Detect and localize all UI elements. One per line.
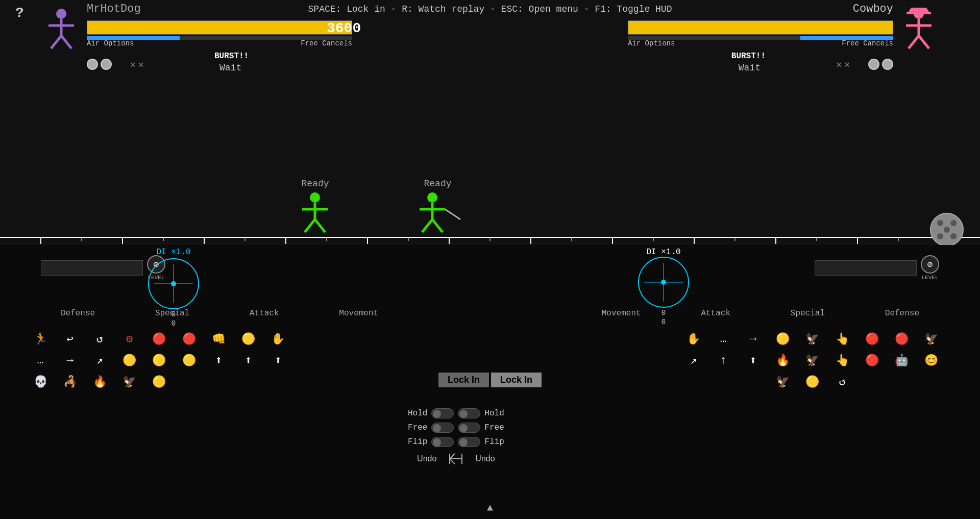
p2-cat-defense: Defense <box>885 309 919 324</box>
p1-move-2-6[interactable]: 🟡 <box>179 351 199 370</box>
p1-move-2-2[interactable]: → <box>60 351 80 370</box>
help-icon[interactable]: ? <box>15 5 24 21</box>
p2-move-2-2[interactable]: ↑ <box>714 351 733 370</box>
p1-moves-grid: 🏃 ↩ ↺ ⚙ 🔴 🔴 👊 🟡 ✋ … → ↗ 🟡 🟡 🟡 ⬆ ⬆ ⬆ 💀 🦂 … <box>0 327 327 394</box>
p2-move-2-1[interactable]: ↗ <box>684 351 703 370</box>
p2-move-3-3 <box>743 372 763 391</box>
p1-health-fill <box>87 21 352 34</box>
p2-move-1-8[interactable]: 🔴 <box>892 329 912 349</box>
p2-circles <box>868 59 893 70</box>
p1-move-3-3[interactable]: 🔥 <box>90 372 109 391</box>
p1-burst-label: BURST!! <box>214 52 249 61</box>
p1-move-2-8[interactable]: ⬆ <box>239 351 258 370</box>
p1-flip-toggle[interactable] <box>431 437 454 447</box>
p1-move-2-4[interactable]: 🟡 <box>120 351 139 370</box>
p1-move-3-2[interactable]: 🦂 <box>60 372 80 391</box>
p2-move-2-5[interactable]: 🦅 <box>803 351 822 370</box>
p2-health-bar <box>628 20 893 35</box>
p1-hold-label: Hold <box>408 409 427 418</box>
p2-x2: ✕ <box>836 59 842 70</box>
svg-line-46 <box>445 209 460 219</box>
p2-move-1-3[interactable]: → <box>743 329 763 349</box>
p2-character-svg <box>898 8 939 54</box>
p1-move-3-1[interactable]: 💀 <box>31 372 50 391</box>
p2-move-3-5[interactable]: 🟡 <box>803 372 822 391</box>
p2-move-1-5[interactable]: 🦅 <box>803 329 822 349</box>
p2-move-3-6[interactable]: ↺ <box>832 372 852 391</box>
p2-moves-grid: ✋ … → 🟡 🦅 👆 🔴 🔴 🦅 ↗ ↑ ⬆ 🔥 🦅 👆 🔴 🤖 😊 🦅 <box>653 327 980 394</box>
p2-move-1-9[interactable]: 🦅 <box>922 329 941 349</box>
p2-circle-1 <box>882 59 893 70</box>
p1-move-1-2[interactable]: ↩ <box>60 329 80 349</box>
p1-move-3-8 <box>239 372 258 391</box>
p1-air-options: Air Options <box>87 39 134 47</box>
p1-flip-label: Flip <box>408 437 427 447</box>
p2-hold-knob <box>459 410 468 418</box>
p2-move-1-6[interactable]: 👆 <box>832 329 852 349</box>
p2-move-1-1[interactable]: ✋ <box>684 329 703 349</box>
top-hud: ? SPACE: Lock in - R: Watch replay - ESC… <box>0 0 980 87</box>
p1-free-cancels: Free Cancels <box>301 39 352 47</box>
p1-di-wheel[interactable] <box>148 258 199 309</box>
p1-move-1-9[interactable]: ✋ <box>268 329 288 349</box>
p2-ready-label: Ready <box>413 179 462 189</box>
p2-circle-2 <box>868 59 879 70</box>
p1-area: MrHotDog Air Options F <box>41 3 424 16</box>
p1-cat-movement: Movement <box>339 309 378 324</box>
p1-move-1-7[interactable]: 👊 <box>209 329 228 349</box>
p2-x1: ✕ <box>844 59 850 70</box>
p2-name: Cowboy <box>556 3 893 15</box>
p1-move-1-6[interactable]: 🔴 <box>179 329 199 349</box>
p1-move-3-5[interactable]: 🟡 <box>150 372 169 391</box>
p1-move-3-4[interactable]: 🦅 <box>120 372 139 391</box>
svg-line-45 <box>432 219 443 232</box>
p1-name: MrHotDog <box>87 3 424 15</box>
p1-move-2-3[interactable]: ↗ <box>90 351 109 370</box>
p2-move-3-2 <box>714 372 733 391</box>
p2-wait-label: Wait <box>739 63 761 73</box>
p2-labels: Free Cancels Air Options <box>628 39 893 47</box>
p1-move-1-8[interactable]: 🟡 <box>239 329 258 349</box>
bottom-arrow[interactable]: ▲ <box>487 502 493 514</box>
hold-row: Hold Hold <box>408 408 504 418</box>
p1-move-3-9 <box>268 372 288 391</box>
p2-move-3-4[interactable]: 🦅 <box>773 372 793 391</box>
p2-health-fill <box>628 21 893 34</box>
p2-undo-button[interactable]: Undo <box>468 453 502 464</box>
p2-di-wheel[interactable] <box>638 257 689 308</box>
p2-move-2-8[interactable]: 🤖 <box>892 351 912 370</box>
p2-di-dot <box>661 280 666 285</box>
svg-line-3 <box>51 36 61 48</box>
p2-move-3-7 <box>862 372 881 391</box>
p2-move-2-3[interactable]: ⬆ <box>743 351 763 370</box>
p1-circles <box>87 59 112 70</box>
p1-move-2-9[interactable]: ⬆ <box>268 351 288 370</box>
p2-move-2-7[interactable]: 🔴 <box>862 351 881 370</box>
svg-point-36 <box>310 192 320 203</box>
p1-move-2-5[interactable]: 🟡 <box>150 351 169 370</box>
p2-move-2-9[interactable]: 😊 <box>922 351 941 370</box>
p1-cat-attack: Attack <box>250 309 279 324</box>
p2-move-1-7[interactable]: 🔴 <box>862 329 881 349</box>
p2-free-toggle[interactable] <box>458 423 480 433</box>
p1-move-1-3[interactable]: ↺ <box>90 329 109 349</box>
p2-move-1-2[interactable]: … <box>714 329 733 349</box>
p1-move-2-7[interactable]: ⬆ <box>209 351 228 370</box>
p1-free-toggle[interactable] <box>431 423 454 433</box>
p1-move-1-1[interactable]: 🏃 <box>31 329 50 349</box>
p2-move-2-6[interactable]: 👆 <box>832 351 852 370</box>
p2-hold-toggle[interactable] <box>458 408 480 418</box>
p2-move-2-4[interactable]: 🔥 <box>773 351 793 370</box>
p1-hold-toggle[interactable] <box>431 408 454 418</box>
p2-flip-knob <box>459 438 468 447</box>
p1-move-1-5[interactable]: 🔴 <box>150 329 169 349</box>
p2-flip-toggle[interactable] <box>458 437 480 447</box>
flip-row: Flip Flip <box>408 437 504 447</box>
p2-field-svg <box>413 191 462 237</box>
p1-move-1-4[interactable]: ⚙ <box>120 329 139 349</box>
p2-move-1-4[interactable]: 🟡 <box>773 329 793 349</box>
p1-move-2-1[interactable]: … <box>31 351 50 370</box>
svg-point-48 <box>937 220 943 226</box>
p2-field-character: Ready <box>413 179 462 240</box>
p1-undo-button[interactable]: Undo <box>409 453 444 464</box>
